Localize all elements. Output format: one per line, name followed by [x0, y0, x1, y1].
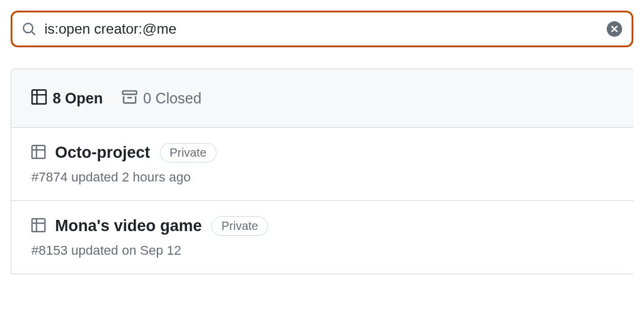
project-item-header: Octo-project Private [31, 143, 617, 163]
projects-list: 8 Open 0 Closed Octo-project Private #78… [11, 69, 633, 274]
project-title: Mona's video game [55, 217, 202, 235]
visibility-badge: Private [160, 143, 217, 163]
clear-search-button[interactable] [607, 21, 622, 37]
project-item[interactable]: Mona's video game Private #8153 updated … [11, 201, 633, 274]
project-meta: #7874 updated 2 hours ago [31, 170, 617, 185]
visibility-badge: Private [211, 216, 268, 236]
search-icon [22, 22, 36, 36]
tab-open-label: 8 Open [53, 90, 103, 107]
project-meta: #8153 updated on Sep 12 [31, 243, 617, 258]
project-item-header: Mona's video game Private [31, 216, 617, 236]
projects-tab-bar: 8 Open 0 Closed [11, 69, 633, 128]
archive-icon [122, 89, 137, 107]
project-item[interactable]: Octo-project Private #7874 updated 2 hou… [11, 128, 633, 201]
project-title: Octo-project [55, 144, 150, 162]
search-input[interactable] [44, 21, 607, 37]
tab-closed-label: 0 Closed [143, 90, 202, 107]
tab-open[interactable]: 8 Open [31, 89, 103, 107]
search-bar[interactable] [11, 11, 633, 47]
table-icon [31, 145, 46, 161]
table-icon [31, 89, 47, 107]
table-icon [31, 218, 46, 235]
tab-closed[interactable]: 0 Closed [122, 89, 202, 107]
